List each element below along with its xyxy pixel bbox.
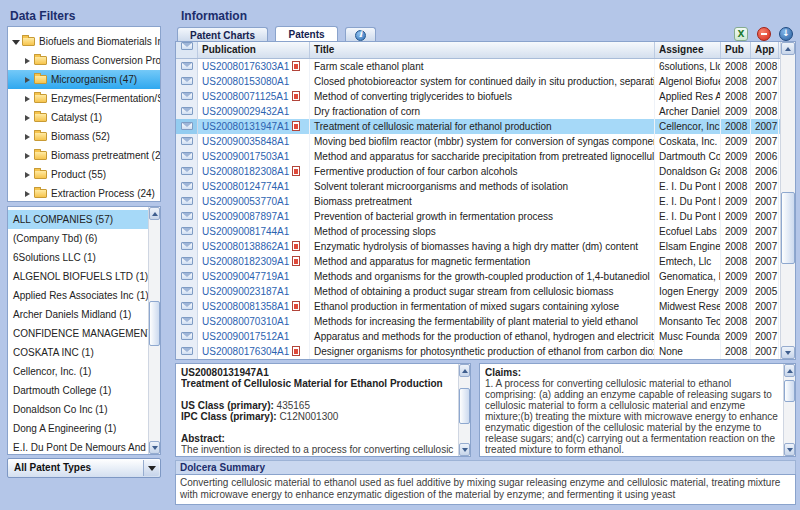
tree-expand-arrow-icon[interactable]: [23, 113, 33, 123]
row-envelope-cell[interactable]: [176, 194, 198, 209]
company-list-item[interactable]: ALL COMPANIES (57): [8, 210, 148, 229]
company-list-item[interactable]: Donaldson Co Inc (1): [8, 400, 148, 419]
row-envelope-cell[interactable]: [176, 329, 198, 344]
column-header-app[interactable]: App: [751, 42, 779, 58]
publication-link[interactable]: US20080131947A1: [202, 121, 289, 132]
row-envelope-cell[interactable]: [176, 149, 198, 164]
row-envelope-cell[interactable]: [176, 254, 198, 269]
publication-link[interactable]: US20080182309A1: [202, 256, 289, 267]
scrollbar-thumb[interactable]: [149, 301, 160, 346]
pdf-icon[interactable]: [292, 301, 300, 311]
row-envelope-cell[interactable]: [176, 284, 198, 299]
pdf-icon[interactable]: [292, 241, 300, 251]
row-envelope-cell[interactable]: [176, 269, 198, 284]
company-list-item[interactable]: Cellencor, Inc. (1): [8, 362, 148, 381]
publication-link[interactable]: US20090081744A1: [202, 226, 289, 237]
publication-link[interactable]: US20080153080A1: [202, 76, 289, 87]
scroll-down-button[interactable]: [781, 346, 795, 359]
scrollbar-thumb[interactable]: [784, 380, 795, 402]
table-scrollbar[interactable]: [780, 42, 795, 359]
tree-item[interactable]: Product (55): [8, 165, 160, 184]
dropdown-arrow-icon[interactable]: [143, 460, 159, 476]
tree-item[interactable]: Microorganism (47): [8, 70, 160, 89]
table-row[interactable]: US20090047719A1 Methods and organisms fo…: [176, 269, 795, 284]
company-list-item[interactable]: CONFIDENCE MANAGEMENT LTD (1): [8, 324, 148, 343]
pdf-icon[interactable]: [292, 256, 300, 266]
row-envelope-cell[interactable]: [176, 179, 198, 194]
publication-link[interactable]: US20080081358A1: [202, 301, 289, 312]
table-row[interactable]: US20080124774A1 Solvent tolerant microor…: [176, 179, 795, 194]
publication-link[interactable]: US20090017503A1: [202, 151, 289, 162]
scroll-up-button[interactable]: [459, 364, 470, 377]
scroll-up-button[interactable]: [149, 207, 160, 220]
column-header-assignee[interactable]: Assignee: [655, 42, 721, 58]
publication-link[interactable]: US20090017512A1: [202, 331, 289, 342]
table-row[interactable]: US20090081744A1 Method of processing slo…: [176, 224, 795, 239]
publication-link[interactable]: US20090029432A1: [202, 106, 289, 117]
company-list-item[interactable]: COSKATA INC (1): [8, 343, 148, 362]
publication-link[interactable]: US20080182308A1: [202, 166, 289, 177]
tree-expand-arrow-icon[interactable]: [11, 37, 21, 47]
company-list-item[interactable]: ALGENOL BIOFUELS LTD (1): [8, 267, 148, 286]
publication-link[interactable]: US20090053770A1: [202, 196, 289, 207]
tree-item[interactable]: Extraction Process (24): [8, 184, 160, 202]
row-envelope-cell[interactable]: [176, 74, 198, 89]
company-list-item[interactable]: E.I. Du Pont De Nemours And Compar: [8, 438, 148, 455]
table-row[interactable]: US20080182308A1 Fermentive production of…: [176, 164, 795, 179]
remove-icon[interactable]: [757, 27, 771, 41]
row-envelope-cell[interactable]: [176, 89, 198, 104]
table-row[interactable]: US20080176304A1 Designer organisms for p…: [176, 344, 795, 359]
pdf-icon[interactable]: [292, 166, 300, 176]
row-envelope-cell[interactable]: [176, 59, 198, 74]
table-row[interactable]: US20080081358A1 Ethanol production in fe…: [176, 299, 795, 314]
table-row[interactable]: US20090035848A1 Moving bed biofilm react…: [176, 134, 795, 149]
row-envelope-cell[interactable]: [176, 209, 198, 224]
company-list-item[interactable]: Dong A Engineering (1): [8, 419, 148, 438]
company-list-item[interactable]: 6Solutions LLC (1): [8, 248, 148, 267]
tree-expand-arrow-icon[interactable]: [23, 94, 33, 104]
row-envelope-cell[interactable]: [176, 224, 198, 239]
download-icon[interactable]: [779, 27, 793, 41]
scroll-up-button[interactable]: [781, 42, 795, 55]
row-envelope-cell[interactable]: [176, 164, 198, 179]
table-row[interactable]: US20090017512A1 Apparatus and methods fo…: [176, 329, 795, 344]
tree-item[interactable]: Biomass (52): [8, 127, 160, 146]
row-envelope-cell[interactable]: [176, 119, 198, 134]
claims-scrollbar[interactable]: [783, 364, 795, 456]
publication-link[interactable]: US20090087897A1: [202, 211, 289, 222]
scroll-up-button[interactable]: [784, 364, 795, 377]
table-row[interactable]: US20090023187A1 Method of obtaining a pr…: [176, 284, 795, 299]
tree-item[interactable]: Biomass Conversion Process (56): [8, 51, 160, 70]
table-row[interactable]: US20080070310A1 Methods for increasing t…: [176, 314, 795, 329]
table-row[interactable]: US20090029432A1 Dry fractionation of cor…: [176, 104, 795, 119]
tree-expand-arrow-icon[interactable]: [23, 75, 33, 85]
company-list-item[interactable]: Archer Daniels Midland (1): [8, 305, 148, 324]
column-header-title[interactable]: Title: [310, 42, 655, 58]
row-envelope-cell[interactable]: [176, 134, 198, 149]
patent-type-dropdown[interactable]: All Patent Types: [7, 458, 161, 478]
scroll-down-button[interactable]: [459, 443, 470, 456]
table-row[interactable]: US20080153080A1 Closed photobioreactor s…: [176, 74, 795, 89]
table-row[interactable]: US20090017503A1 Method and apparatus for…: [176, 149, 795, 164]
tree-item[interactable]: Catalyst (1): [8, 108, 160, 127]
tree-item[interactable]: Enzymes(Fermentation/Saccharifi: [8, 89, 160, 108]
company-list-item[interactable]: Dartmouth College (1): [8, 381, 148, 400]
publication-link[interactable]: US20080176304A1: [202, 346, 289, 357]
tree-item[interactable]: Biomass pretreatment (29): [8, 146, 160, 165]
publication-link[interactable]: US20090047719A1: [202, 271, 289, 282]
row-envelope-cell[interactable]: [176, 344, 198, 359]
row-envelope-cell[interactable]: [176, 239, 198, 254]
table-row[interactable]: US20090087897A1 Prevention of bacterial …: [176, 209, 795, 224]
tree-expand-arrow-icon[interactable]: [23, 56, 33, 66]
scrollbar-thumb[interactable]: [781, 192, 795, 264]
publication-link[interactable]: US20080176303A1: [202, 61, 289, 72]
table-row[interactable]: US20090053770A1 Biomass pretreatment E. …: [176, 194, 795, 209]
envelope-column-header[interactable]: [176, 42, 198, 58]
company-list-item[interactable]: (Company Tbd) (6): [8, 229, 148, 248]
table-row[interactable]: US20080182309A1 Method and apparatus for…: [176, 254, 795, 269]
table-row[interactable]: US20080071125A1 Method of converting tri…: [176, 89, 795, 104]
publication-link[interactable]: US20080138862A1: [202, 241, 289, 252]
row-envelope-cell[interactable]: [176, 104, 198, 119]
pdf-icon[interactable]: [292, 346, 300, 356]
publication-link[interactable]: US20080071125A1: [202, 91, 289, 102]
